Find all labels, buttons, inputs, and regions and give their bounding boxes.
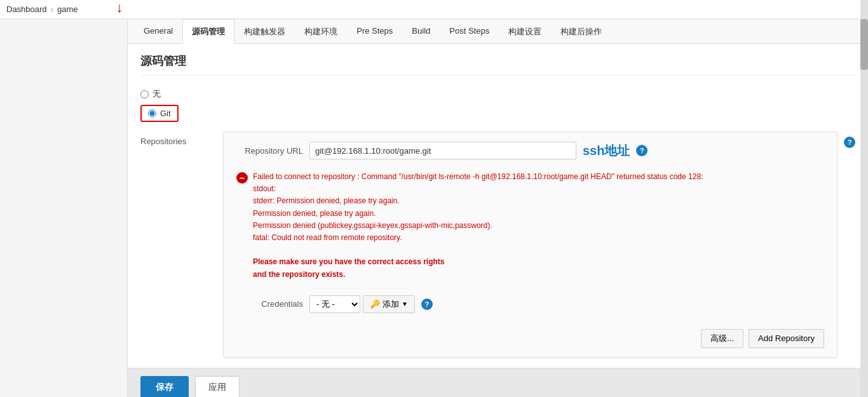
repo-details-panel: Repository URL ssh地址 ? – Failed to conne…	[223, 131, 837, 358]
tab-scm[interactable]: 源码管理	[182, 19, 234, 44]
tab-bar: General 源码管理 构建触发器 构建环境 Pre Steps Build …	[128, 19, 868, 44]
chevron-down-icon: ▼	[402, 300, 408, 307]
add-credentials-button[interactable]: 🔑 添加 ▼	[363, 295, 415, 313]
content-area: General 源码管理 构建触发器 构建环境 Pre Steps Build …	[127, 19, 868, 397]
tab-build-settings[interactable]: 构建设置	[499, 19, 551, 44]
radio-none-item: 无	[140, 88, 855, 100]
radio-none-label: 无	[153, 88, 161, 100]
tab-general[interactable]: General	[134, 19, 182, 44]
repo-url-input[interactable]	[309, 142, 576, 159]
radio-git-item: Git	[140, 105, 855, 122]
save-button[interactable]: 保存	[140, 376, 189, 397]
repositories-section: Repositories Repository URL ssh地址 ? – Fa…	[140, 131, 855, 358]
error-line4: Permission denied, please try again.	[253, 209, 376, 218]
breadcrumb-bar: Dashboard › game ↓	[0, 0, 868, 19]
git-radio-container[interactable]: Git	[140, 105, 179, 122]
error-line2: stdout:	[253, 184, 276, 193]
ssh-address-label: ssh地址	[583, 142, 630, 159]
error-line3: stderr: Permission denied, please try ag…	[253, 196, 400, 205]
advanced-button[interactable]: 高级...	[701, 329, 743, 348]
credentials-select[interactable]: - 无 -	[309, 295, 360, 313]
breadcrumb-arrow-icon: ›	[51, 4, 53, 14]
error-block: – Failed to connect to repository : Comm…	[233, 166, 827, 286]
error-icon: –	[236, 172, 248, 184]
repositories-outer-help-icon[interactable]: ?	[844, 137, 855, 148]
add-credentials-label: 添加	[383, 299, 399, 310]
radio-none[interactable]	[140, 90, 149, 98]
bottom-bar: 保存 应用	[128, 368, 868, 397]
error-line1: Failed to connect to repository : Comman…	[253, 172, 703, 181]
tab-build-env[interactable]: 构建环境	[295, 19, 347, 44]
error-line6: fatal: Could not read from remote reposi…	[253, 233, 402, 242]
tab-build[interactable]: Build	[402, 19, 440, 44]
scrollbar-thumb[interactable]	[860, 19, 868, 70]
scrollbar[interactable]	[860, 0, 868, 397]
radio-git-label: Git	[160, 109, 171, 118]
repo-url-help-icon[interactable]: ?	[636, 145, 648, 156]
repositories-label: Repositories	[140, 131, 223, 146]
repo-url-row: Repository URL ssh地址 ?	[233, 142, 827, 159]
tab-pre-steps[interactable]: Pre Steps	[347, 19, 402, 44]
scm-radio-group: 无 Git	[140, 88, 855, 122]
breadcrumb-game[interactable]: game	[57, 4, 78, 14]
actions-row: 高级... Add Repository	[233, 329, 827, 348]
breadcrumb-dashboard[interactable]: Dashboard	[6, 4, 47, 14]
error-line5: Permission denied (publickey,gssapi-keye…	[253, 221, 492, 230]
repo-url-label: Repository URL	[233, 146, 303, 156]
tab-post-build[interactable]: 构建后操作	[551, 19, 611, 44]
apply-button[interactable]: 应用	[195, 376, 240, 397]
left-sidebar	[0, 19, 127, 397]
page-title: 源码管理	[140, 53, 855, 76]
tab-build-trigger[interactable]: 构建触发器	[234, 19, 295, 44]
key-icon: 🔑	[370, 299, 380, 309]
error-text: Failed to connect to repository : Comman…	[253, 171, 703, 281]
credentials-help-icon[interactable]: ?	[421, 299, 433, 310]
error-suggestion: Please make sure you have the correct ac…	[253, 257, 445, 278]
radio-git[interactable]	[148, 109, 156, 118]
red-arrow-annotation: ↓	[116, 0, 123, 16]
add-repository-button[interactable]: Add Repository	[749, 329, 824, 348]
credentials-row: Credentials - 无 - 🔑 添加 ▼ ?	[233, 295, 827, 313]
tab-post-steps[interactable]: Post Steps	[440, 19, 499, 44]
main-layout: General 源码管理 构建触发器 构建环境 Pre Steps Build …	[0, 19, 868, 397]
credentials-label: Credentials	[233, 299, 303, 309]
page-content: 源码管理 无 Git Repositories	[128, 44, 868, 368]
